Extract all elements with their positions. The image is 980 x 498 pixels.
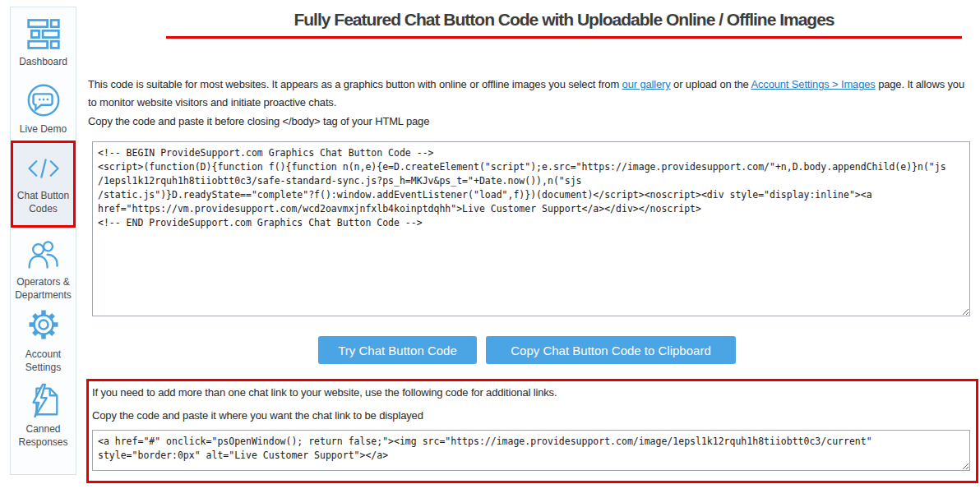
dashboard-icon	[25, 16, 62, 52]
additional-links-intro: If you need to add more than one chat li…	[92, 386, 557, 399]
sidebar-item-label: Chat Button Codes	[13, 190, 73, 215]
copy-instruction: Copy the code and paste it before closin…	[88, 115, 429, 127]
intro-part2: or upload on the	[671, 78, 751, 90]
intro-text: This code is suitable for most websites.…	[88, 76, 972, 112]
sidebar-item-label: Canned Responses	[12, 423, 74, 449]
gear-icon	[24, 305, 63, 344]
operators-icon	[25, 236, 62, 272]
sidebar-item-label: Live Demo	[20, 123, 67, 136]
page-title: Fully Featured Chat Button Code with Upl…	[148, 10, 980, 30]
account-settings-images-link[interactable]: Account Settings > Images	[751, 78, 875, 90]
sidebar-item-label: Account Settings	[12, 348, 74, 374]
sidebar: Dashboard Live Demo Chat Button Codes	[10, 7, 76, 475]
intro-part1: This code is suitable for most websites.…	[88, 78, 622, 90]
button-row: Try Chat Button Code Copy Chat Button Co…	[318, 336, 736, 364]
sidebar-item-label: Operators & Departments	[12, 276, 74, 302]
code-icon	[25, 151, 62, 186]
chat-button-code-textarea[interactable]: <!-- BEGIN ProvideSupport.com Graphics C…	[92, 141, 970, 316]
additional-chat-link-code-textarea[interactable]: <a href="#" onclick="psOpenWindow(); ret…	[92, 430, 970, 471]
sidebar-item-dashboard[interactable]: Dashboard	[12, 16, 74, 69]
title-red-underline-annotation	[166, 36, 962, 39]
chat-button-code-page: { "sidebar": { "items": [ { "label": "Da…	[0, 0, 980, 498]
try-chat-button-code-button[interactable]: Try Chat Button Code	[318, 336, 477, 364]
sidebar-item-account-settings[interactable]: Account Settings	[12, 305, 74, 374]
live-demo-icon	[25, 81, 62, 119]
sidebar-item-operators-departments[interactable]: Operators & Departments	[12, 236, 74, 302]
sidebar-item-label: Dashboard	[19, 56, 67, 69]
sidebar-item-live-demo[interactable]: Live Demo	[12, 81, 74, 136]
copy-chat-button-code-button[interactable]: Copy Chat Button Code to Clipboard	[486, 336, 736, 364]
sidebar-item-canned-responses[interactable]: Canned Responses	[12, 381, 74, 449]
our-gallery-link[interactable]: our gallery	[622, 78, 671, 90]
additional-links-instruction: Copy the code and paste it where you wan…	[92, 409, 423, 422]
additional-links-section-red-annotation: If you need to add more than one chat li…	[86, 379, 978, 483]
sidebar-item-chat-button-codes[interactable]: Chat Button Codes	[11, 141, 76, 228]
canned-responses-icon	[25, 381, 62, 419]
